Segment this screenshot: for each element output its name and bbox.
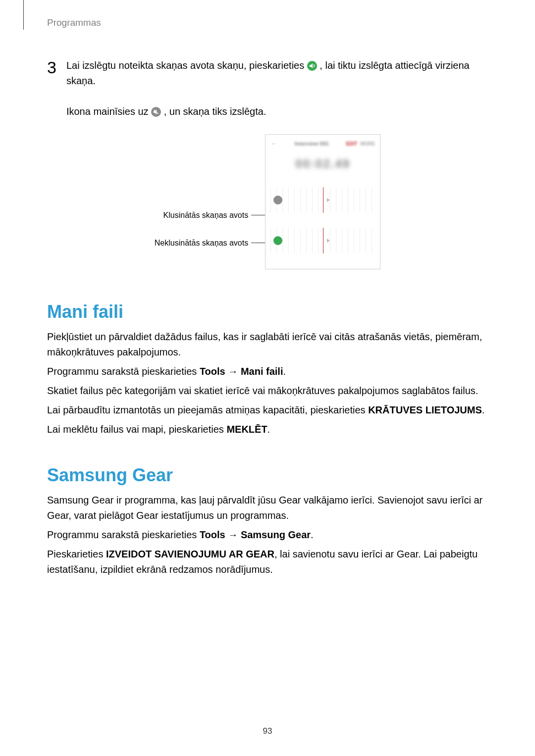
bold: Mani faili <box>241 366 283 377</box>
time-ticks: ····· <box>270 216 375 221</box>
illustration-block: Klusinātās skaņas avots Neklusinātās ska… <box>47 134 488 269</box>
page-section-title: Programmas <box>47 17 488 28</box>
paragraph: Pieskarieties IZVEIDOT SAVIENOJUMU AR GE… <box>47 547 488 577</box>
text: Programmu sarakstā pieskarieties <box>47 366 200 377</box>
screenshot-title: Interview 001 <box>295 141 329 147</box>
edit-label: EDIT <box>346 141 357 147</box>
paragraph: Piekļūstiet un pārvaldiet dažādus failus… <box>47 329 488 360</box>
heading-mani-faili: Mani faili <box>47 302 488 322</box>
paragraph: Lai meklētu failus vai mapi, pieskarieti… <box>47 422 488 437</box>
callout-column: Klusinātās skaņas avots Neklusinātās ska… <box>155 155 265 249</box>
text: Pieskarieties <box>47 549 106 559</box>
step-3: 3 Lai izslēgtu noteikta skaņas avota ska… <box>47 58 488 119</box>
text: → <box>225 366 241 377</box>
waveform-unmuted <box>270 228 375 253</box>
paragraph: Programmu sarakstā pieskarieties Tools →… <box>47 364 488 379</box>
sound-muted-icon <box>151 107 161 117</box>
callout-line <box>251 215 265 215</box>
text: . <box>268 424 270 435</box>
text: Lai pārbaudītu izmantotās un pieejamās a… <box>47 404 368 415</box>
callout-label: Neklusinātās skaņas avots <box>155 239 248 248</box>
callout-line <box>251 243 265 243</box>
text: Lai meklētu failus vai mapi, pieskarieti… <box>47 424 226 435</box>
back-arrow-icon: ← <box>270 140 277 148</box>
timer-text: 00:02.49 <box>266 157 380 171</box>
heading-samsung-gear: Samsung Gear <box>47 465 488 486</box>
paragraph: Programmu sarakstā pieskarieties Tools →… <box>47 527 488 543</box>
step-body: Lai izslēgtu noteikta skaņas avota skaņu… <box>66 58 488 119</box>
bold: KRĀTUVES LIETOJUMS <box>368 404 482 415</box>
text: → <box>225 529 241 540</box>
page-number: 93 <box>0 726 535 736</box>
callout-label: Klusinātās skaņas avots <box>163 211 249 220</box>
paragraph: Skatiet failus pēc kategorijām vai skati… <box>47 383 488 399</box>
text: . <box>311 529 314 540</box>
page-content: Programmas 3 Lai izslēgtu noteikta skaņa… <box>0 0 535 606</box>
bold: Tools <box>200 366 225 377</box>
step-text: , un skaņa tiks izslēgta. <box>164 106 267 117</box>
step-text: Lai izslēgtu noteikta skaņas avota skaņu… <box>66 60 307 71</box>
phone-screenshot: ← Interview 001 EDIT MORE 00:02.49 ····· <box>265 134 380 269</box>
muted-dot-icon <box>273 196 282 204</box>
waveform-muted <box>270 187 375 213</box>
play-marker-icon <box>327 239 330 243</box>
bold: MEKLĒT <box>226 424 267 435</box>
callout-muted: Klusinātās skaņas avots <box>163 211 266 220</box>
paragraph: Lai pārbaudītu izmantotās un pieejamās a… <box>47 403 488 418</box>
bold: Samsung Gear <box>241 529 311 540</box>
more-label: MORE <box>360 141 375 147</box>
play-marker-icon <box>327 198 330 202</box>
text: . <box>482 404 485 415</box>
bold: Tools <box>200 529 225 540</box>
sound-on-icon <box>307 61 317 71</box>
page-left-rule <box>23 0 24 30</box>
text: Programmu sarakstā pieskarieties <box>47 529 200 540</box>
step-text: Ikona mainīsies uz <box>66 106 151 117</box>
callout-unmuted: Neklusinātās skaņas avots <box>155 239 265 248</box>
unmuted-dot-icon <box>273 236 282 245</box>
bold: IZVEIDOT SAVIENOJUMU AR GEAR <box>106 549 274 559</box>
playhead-line <box>323 187 323 213</box>
step-number: 3 <box>47 58 56 119</box>
text: . <box>283 366 286 377</box>
playhead-line <box>323 228 323 253</box>
paragraph: Samsung Gear ir programma, kas ļauj pārv… <box>47 493 488 523</box>
